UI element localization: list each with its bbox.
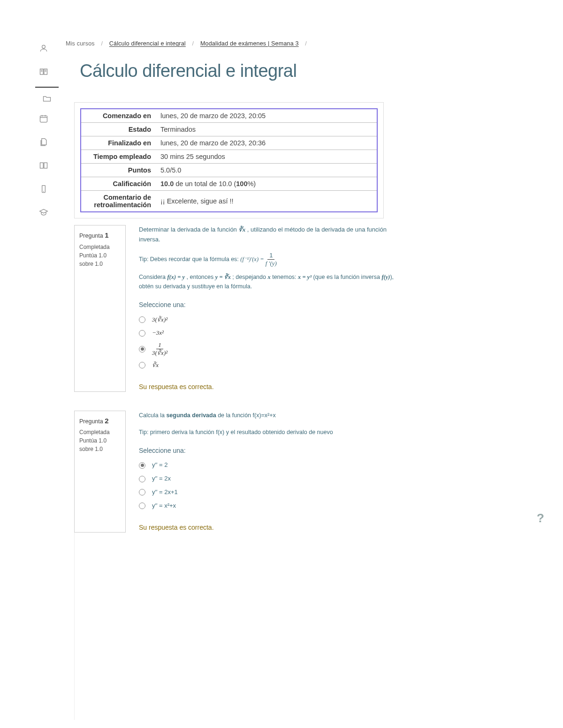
breadcrumb-item-activity[interactable]: Modalidad de exámenes | Semana 3	[200, 40, 299, 47]
question-score: Puntúa 1.0 sobre 1.0	[79, 251, 121, 268]
table-row: Tiempo empleado30 mins 25 segundos	[81, 150, 377, 164]
question-number: 2	[105, 417, 108, 425]
option-row[interactable]: −3x²	[139, 328, 394, 338]
summary-value: lunes, 20 de marzo de 2023, 20:05	[156, 109, 377, 123]
radio-icon[interactable]	[139, 330, 145, 337]
breadcrumb-sep: /	[305, 40, 307, 47]
summary-value: Terminados	[156, 123, 377, 136]
sidebar-item-library[interactable]	[35, 157, 52, 174]
table-row: Comentario de retroalimentación¡¡ Excele…	[81, 191, 377, 212]
math-cuberoot: ∛x	[238, 226, 245, 233]
radio-icon[interactable]	[139, 362, 145, 368]
quiz-container: Comenzado enlunes, 20 de marzo de 2023, …	[74, 102, 384, 218]
question-body: Calcula la segunda derivada de la funció…	[139, 411, 403, 533]
option-row[interactable]: y′′ = 2x+1	[139, 488, 394, 497]
table-row: Calificación 10.0 de un total de 10.0 (1…	[81, 177, 377, 191]
question-meta: Pregunta 1 Completada Puntúa 1.0 sobre 1…	[74, 225, 126, 392]
question-body: Determinar la derivada de la función ∛x …	[139, 225, 403, 392]
sidebar-item-files[interactable]	[35, 134, 52, 150]
sidebar-item-profile[interactable]	[35, 40, 52, 57]
main-content: Mis cursos / Cálculo diferencial e integ…	[66, 0, 403, 720]
question-label: Pregunta 1	[79, 230, 121, 241]
question-status: Completada	[79, 428, 121, 436]
option-row[interactable]: 13(∛x)²	[139, 342, 394, 357]
page-title: Cálculo diferencial e integral	[80, 61, 403, 81]
radio-icon[interactable]	[139, 503, 145, 509]
option-row[interactable]: 3(∛x)²	[139, 315, 394, 325]
question-tip: Tip: Debes recordar que la fórmula es: (…	[139, 252, 394, 267]
option-text: y′′ = 2	[152, 460, 167, 470]
question-number: 1	[105, 231, 108, 239]
summary-label: Estado	[81, 123, 156, 136]
summary-value: 5.0/5.0	[156, 164, 377, 177]
question-stem: Calcula la segunda derivada de la funció…	[139, 411, 394, 420]
footer-space	[74, 533, 384, 720]
summary-value: lunes, 20 de marzo de 2023, 20:36	[156, 136, 377, 150]
option-text: y′′ = 2x	[152, 474, 171, 484]
option-row[interactable]: y′′ = 2	[139, 460, 394, 470]
svg-point-0	[42, 45, 46, 48]
summary-value: ¡¡ Excelente, sigue así !!	[156, 191, 377, 212]
answer-feedback: Su respuesta es correcta.	[139, 522, 394, 533]
option-text: ∛x	[152, 360, 159, 370]
summary-value: 30 mins 25 segundos	[156, 150, 377, 164]
sidebar-item-mobile[interactable]	[35, 180, 52, 197]
select-one-label: Seleccione una:	[139, 300, 394, 310]
sidebar-nav	[35, 40, 59, 227]
grade-suffix: %)	[247, 180, 256, 188]
summary-label: Comenzado en	[81, 109, 156, 123]
option-row[interactable]: y′′ = x²+x	[139, 501, 394, 511]
summary-table: Comenzado enlunes, 20 de marzo de 2023, …	[80, 108, 378, 212]
radio-icon[interactable]	[139, 489, 145, 495]
sidebar-item-calendar[interactable]	[35, 110, 52, 127]
table-row: Puntos5.0/5.0	[81, 164, 377, 177]
question-tip: Tip: primero deriva la función f(x) y el…	[139, 428, 394, 437]
question-1: Pregunta 1 Completada Puntúa 1.0 sobre 1…	[74, 225, 403, 392]
summary-label: Puntos	[81, 164, 156, 177]
table-row: EstadoTerminados	[81, 123, 377, 136]
option-text: y′′ = 2x+1	[152, 488, 178, 497]
question-stem: Determinar la derivada de la función ∛x …	[139, 225, 394, 245]
radio-icon-selected[interactable]	[139, 346, 145, 353]
radio-icon-selected[interactable]	[139, 462, 145, 469]
table-row: Finalizado enlunes, 20 de marzo de 2023,…	[81, 136, 377, 150]
sidebar-item-graduation[interactable]	[35, 204, 52, 221]
summary-label: Calificación	[81, 177, 156, 191]
sidebar-item-folder[interactable]	[35, 87, 59, 104]
option-text: 3(∛x)²	[152, 315, 167, 325]
svg-rect-1	[40, 116, 47, 122]
question-label: Pregunta 2	[79, 416, 121, 427]
question-status: Completada	[79, 243, 121, 251]
select-one-label: Seleccione una:	[139, 445, 394, 456]
summary-label: Finalizado en	[81, 136, 156, 150]
question-score: Puntúa 1.0 sobre 1.0	[79, 436, 121, 453]
option-text: y′′ = x²+x	[152, 501, 176, 511]
question-consider: Considera f(x) = y , entonces y = ∛x ; d…	[139, 272, 394, 291]
option-text-fraction: 13(∛x)²	[152, 342, 167, 357]
summary-label: Comentario de retroalimentación	[81, 191, 156, 212]
formula-lhs: (f⁻¹)′(x) =	[240, 256, 265, 263]
option-row[interactable]: y′′ = 2x	[139, 474, 394, 484]
help-icon[interactable]: ?	[537, 511, 544, 525]
answer-feedback: Su respuesta es correcta.	[139, 382, 394, 392]
breadcrumb-sep: /	[101, 40, 103, 47]
radio-icon[interactable]	[139, 476, 145, 482]
breadcrumb: Mis cursos / Cálculo diferencial e integ…	[66, 40, 403, 47]
option-text: −3x²	[152, 328, 164, 338]
grade-pct: 100	[236, 180, 247, 188]
grade-text: de un total de 10.0 (	[174, 180, 236, 188]
table-row: Comenzado enlunes, 20 de marzo de 2023, …	[81, 109, 377, 123]
breadcrumb-item-course[interactable]: Cálculo diferencial e integral	[109, 40, 186, 47]
summary-value-grade: 10.0 de un total de 10.0 (100%)	[156, 177, 377, 191]
radio-icon[interactable]	[139, 316, 145, 323]
breadcrumb-item-mycourses[interactable]: Mis cursos	[66, 40, 95, 47]
grade-score: 10.0	[160, 180, 174, 188]
question-2: Pregunta 2 Completada Puntúa 1.0 sobre 1…	[74, 411, 403, 533]
summary-label: Tiempo empleado	[81, 150, 156, 164]
sidebar-item-book[interactable]	[35, 63, 52, 80]
math-fraction: 1f ′(y)	[266, 252, 277, 267]
breadcrumb-sep: /	[192, 40, 194, 47]
question-meta: Pregunta 2 Completada Puntúa 1.0 sobre 1…	[74, 411, 126, 533]
option-row[interactable]: ∛x	[139, 360, 394, 370]
